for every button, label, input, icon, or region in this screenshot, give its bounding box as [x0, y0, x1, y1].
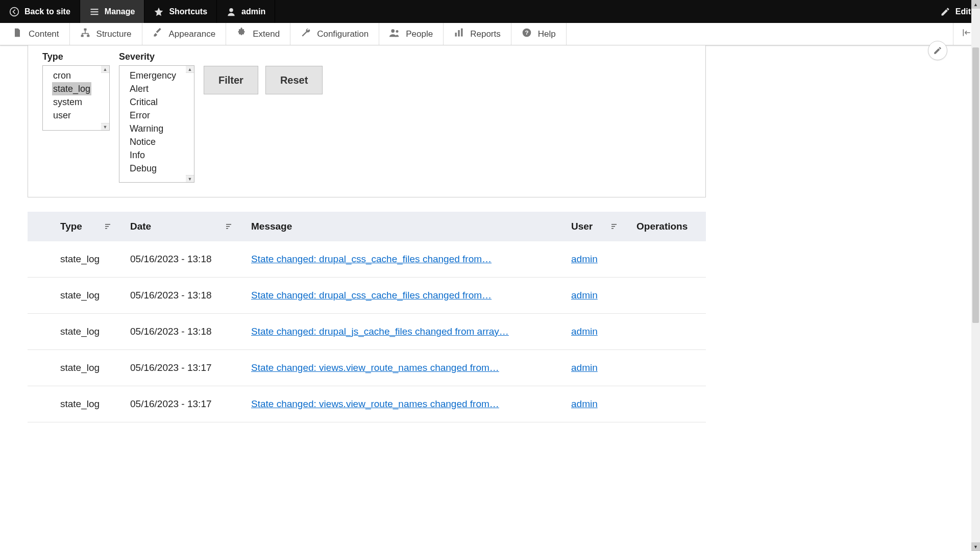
severity-option[interactable]: Notice — [129, 135, 157, 148]
edit-label: Edit — [955, 7, 971, 16]
col-user-header[interactable]: User — [566, 212, 631, 241]
menu-content[interactable]: Content — [2, 23, 70, 45]
menu-help-label: Help — [538, 29, 556, 39]
table-row: state_log05/16/2023 - 13:18State changed… — [28, 241, 706, 278]
svg-rect-2 — [90, 11, 98, 12]
menu-structure[interactable]: Structure — [70, 23, 142, 45]
severity-option[interactable]: Error — [129, 109, 151, 122]
svg-point-8 — [391, 29, 395, 33]
reset-button[interactable]: Reset — [265, 66, 323, 94]
shortcuts-button[interactable]: Shortcuts — [144, 0, 217, 23]
severity-option[interactable]: Critical — [129, 95, 159, 109]
message-link[interactable]: State changed: views.view_route_names ch… — [251, 398, 499, 409]
scroll-up-arrow-icon[interactable]: ▲ — [971, 0, 980, 9]
message-link[interactable]: State changed: views.view_route_names ch… — [251, 362, 499, 373]
svg-rect-22 — [611, 224, 617, 225]
filter-type-listbox[interactable]: ▲ cronstate_logsystemuser ▼ — [42, 65, 110, 131]
user-menu-button[interactable]: admin — [217, 0, 275, 23]
pencil-icon — [940, 7, 950, 17]
cell-message: State changed: views.view_route_names ch… — [246, 350, 566, 386]
svg-rect-10 — [455, 33, 457, 37]
svg-rect-21 — [226, 228, 228, 229]
scroll-up-icon[interactable]: ▲ — [186, 66, 194, 73]
severity-option[interactable]: Emergency — [129, 69, 177, 82]
svg-rect-5 — [84, 29, 86, 31]
menu-reports[interactable]: Reports — [444, 23, 511, 45]
chevron-left-circle-icon — [9, 7, 19, 17]
user-link[interactable]: admin — [571, 398, 598, 409]
wrench-icon — [301, 28, 311, 40]
cell-date: 05/16/2023 - 13:17 — [125, 386, 246, 422]
row-gap — [28, 314, 55, 350]
cell-operations — [631, 350, 706, 386]
window-scrollbar[interactable]: ▲ ▼ — [971, 0, 980, 551]
message-link[interactable]: State changed: drupal_js_cache_files cha… — [251, 326, 509, 337]
collapse-icon — [962, 28, 972, 40]
table-row: state_log05/16/2023 - 13:18State changed… — [28, 278, 706, 314]
menu-appearance[interactable]: Appearance — [142, 23, 227, 45]
menu-configuration[interactable]: Configuration — [290, 23, 379, 45]
svg-rect-1 — [90, 9, 98, 10]
row-gap — [28, 278, 55, 314]
cell-type: state_log — [55, 241, 125, 278]
puzzle-icon — [236, 28, 247, 40]
svg-rect-17 — [105, 226, 109, 227]
user-link[interactable]: admin — [571, 326, 598, 337]
scroll-down-arrow-icon[interactable]: ▼ — [971, 542, 980, 551]
svg-rect-19 — [226, 224, 231, 225]
filter-button[interactable]: Filter — [204, 66, 258, 94]
severity-option[interactable]: Debug — [129, 162, 158, 175]
cell-message: State changed: drupal_css_cache_files ch… — [246, 278, 566, 314]
cell-operations — [631, 278, 706, 314]
severity-option[interactable]: Warning — [129, 122, 164, 135]
cell-operations — [631, 314, 706, 350]
admin-toolbar: Back to site Manage Shortcuts admin Edit — [0, 0, 980, 23]
col-type-header[interactable]: Type — [55, 212, 125, 241]
severity-option[interactable]: Alert — [129, 82, 150, 95]
svg-point-4 — [229, 8, 233, 12]
user-link[interactable]: admin — [571, 254, 598, 264]
svg-point-9 — [396, 30, 399, 33]
severity-option[interactable]: Info — [129, 148, 146, 162]
menu-extend[interactable]: Extend — [226, 23, 290, 45]
table-row: state_log05/16/2023 - 13:18State changed… — [28, 314, 706, 350]
cell-message: State changed: drupal_js_cache_files cha… — [246, 314, 566, 350]
svg-text:?: ? — [525, 29, 528, 36]
scroll-down-icon[interactable]: ▼ — [186, 175, 194, 182]
user-link[interactable]: admin — [571, 362, 598, 373]
type-option[interactable]: user — [52, 109, 72, 122]
user-link[interactable]: admin — [571, 290, 598, 300]
bar-chart-icon — [454, 28, 464, 40]
message-link[interactable]: State changed: drupal_css_cache_files ch… — [251, 254, 492, 264]
log-table: Type Date Message User Operations state_ — [28, 212, 706, 422]
svg-rect-15 — [963, 29, 964, 36]
col-date-header[interactable]: Date — [125, 212, 246, 241]
menu-help[interactable]: ? Help — [511, 23, 567, 45]
scroll-down-icon[interactable]: ▼ — [101, 123, 109, 130]
type-option[interactable]: system — [52, 95, 83, 109]
svg-rect-16 — [105, 224, 110, 225]
scroll-up-icon[interactable]: ▲ — [101, 66, 109, 73]
contextual-edit-button[interactable] — [928, 41, 947, 60]
scrollbar-track[interactable] — [971, 9, 980, 542]
cell-type: state_log — [55, 314, 125, 350]
sort-icon — [611, 221, 617, 232]
manage-button[interactable]: Manage — [80, 0, 145, 23]
filter-severity-listbox[interactable]: ▲ EmergencyAlertCriticalErrorWarningNoti… — [119, 65, 194, 183]
type-option[interactable]: cron — [52, 69, 72, 82]
svg-rect-6 — [81, 35, 83, 37]
row-gap — [28, 241, 55, 278]
svg-rect-7 — [87, 35, 89, 37]
hamburger-icon — [89, 7, 100, 17]
paintbrush-icon — [153, 28, 163, 40]
type-option[interactable]: state_log — [52, 82, 91, 95]
help-icon: ? — [522, 28, 532, 40]
back-to-site-label: Back to site — [24, 7, 70, 16]
menu-people[interactable]: People — [379, 23, 444, 45]
message-link[interactable]: State changed: drupal_css_cache_files ch… — [251, 290, 492, 300]
menu-configuration-label: Configuration — [317, 29, 369, 39]
scrollbar-thumb[interactable] — [972, 47, 979, 323]
sort-icon — [105, 221, 111, 232]
back-to-site-button[interactable]: Back to site — [0, 0, 80, 23]
svg-rect-20 — [226, 226, 230, 227]
